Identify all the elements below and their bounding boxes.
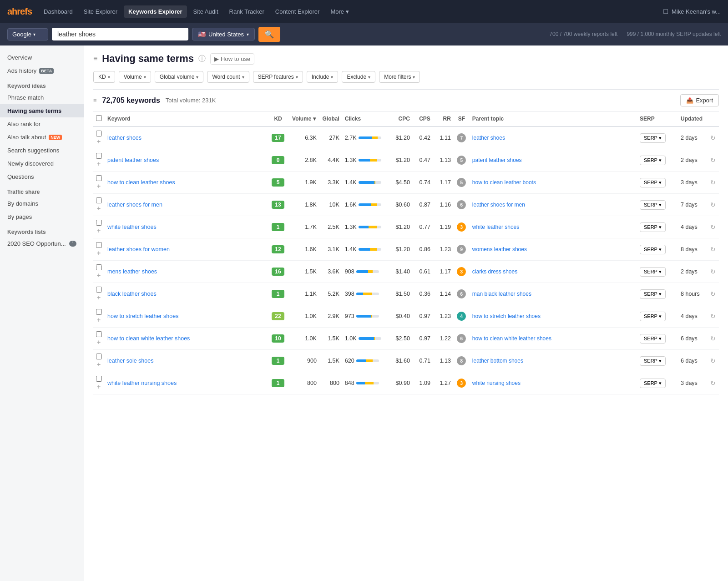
th-sf[interactable]: SF xyxy=(454,111,470,126)
serp-button[interactable]: SERP ▾ xyxy=(640,245,666,254)
refresh-icon[interactable]: ↻ xyxy=(710,313,716,320)
info-icon[interactable]: ⓘ xyxy=(198,54,206,64)
keyword-link[interactable]: how to clean white leather shoes xyxy=(107,335,190,342)
filter-serp-features[interactable]: SERP features ▾ xyxy=(253,71,303,83)
filter-global-volume[interactable]: Global volume ▾ xyxy=(155,71,204,83)
parent-topic-link[interactable]: leather bottom shoes xyxy=(472,358,523,364)
sidebar-item-ads-history[interactable]: Ads history BETA xyxy=(0,64,84,77)
select-all-checkbox[interactable] xyxy=(96,115,102,121)
parent-topic-link[interactable]: how to clean leather boots xyxy=(472,179,536,186)
row-checkbox[interactable] xyxy=(96,331,102,337)
filter-kd[interactable]: KD ▾ xyxy=(93,71,115,83)
row-checkbox[interactable] xyxy=(96,354,102,359)
sidebar-item-overview[interactable]: Overview xyxy=(0,51,84,64)
serp-button[interactable]: SERP ▾ xyxy=(640,200,666,210)
sidebar-item-also-rank-for[interactable]: Also rank for xyxy=(0,117,84,131)
engine-select[interactable]: Google ▾ xyxy=(7,28,48,40)
th-kd[interactable]: KD xyxy=(267,111,289,126)
refresh-icon[interactable]: ↻ xyxy=(710,290,716,298)
th-updated[interactable]: Updated xyxy=(678,111,708,126)
refresh-icon[interactable]: ↻ xyxy=(710,223,716,231)
nav-keywords-explorer[interactable]: Keywords Explorer xyxy=(124,5,187,18)
row-checkbox[interactable] xyxy=(96,376,102,382)
weekly-quota[interactable]: 700 / 700 weekly reports left xyxy=(549,31,617,37)
filter-include[interactable]: Include ▾ xyxy=(307,71,339,83)
keyword-link[interactable]: leather shoes for women xyxy=(107,246,170,253)
parent-topic-link[interactable]: patent leather shoes xyxy=(472,157,522,163)
serp-button[interactable]: SERP ▾ xyxy=(640,267,666,277)
parent-topic-link[interactable]: clarks dress shoes xyxy=(472,268,517,275)
sidebar-item-by-pages[interactable]: By pages xyxy=(0,210,84,223)
nav-site-explorer[interactable]: Site Explorer xyxy=(79,5,122,18)
add-button[interactable]: + xyxy=(97,361,101,368)
hamburger-results-icon[interactable]: ≡ xyxy=(93,97,97,104)
serp-button[interactable]: SERP ▾ xyxy=(640,133,666,143)
th-cps[interactable]: CPS xyxy=(413,111,433,126)
parent-topic-link[interactable]: how to stretch leather shoes xyxy=(472,313,541,319)
sidebar-item-by-domains[interactable]: By domains xyxy=(0,197,84,210)
row-checkbox[interactable] xyxy=(96,220,102,226)
keyword-link[interactable]: white leather nursing shoes xyxy=(107,380,177,386)
keyword-link[interactable]: patent leather shoes xyxy=(107,157,159,163)
monthly-quota[interactable]: 999 / 1,000 monthly SERP updates left xyxy=(627,31,721,37)
th-volume[interactable]: Volume ▾ xyxy=(289,111,319,126)
keyword-link[interactable]: black leather shoes xyxy=(107,291,157,297)
refresh-icon[interactable]: ↻ xyxy=(710,157,716,164)
add-button[interactable]: + xyxy=(97,138,101,145)
row-checkbox[interactable] xyxy=(96,242,102,248)
th-cpc[interactable]: CPC xyxy=(388,111,413,126)
th-rr[interactable]: RR xyxy=(433,111,454,126)
sidebar-item-questions[interactable]: Questions xyxy=(0,170,84,183)
row-checkbox[interactable] xyxy=(96,264,102,270)
filter-more[interactable]: More filters ▾ xyxy=(379,71,420,83)
th-check[interactable] xyxy=(93,111,105,126)
nav-content-explorer[interactable]: Content Explorer xyxy=(271,5,324,18)
row-checkbox[interactable] xyxy=(96,197,102,203)
search-button[interactable]: 🔍 xyxy=(258,27,280,42)
add-button[interactable]: + xyxy=(97,294,101,301)
parent-topic-link[interactable]: how to clean white leather shoes xyxy=(472,335,551,342)
refresh-icon[interactable]: ↻ xyxy=(710,134,716,141)
sidebar-list-seo-opportunities[interactable]: 2020 SEO Opportun... 1 xyxy=(0,237,84,250)
serp-button[interactable]: SERP ▾ xyxy=(640,312,666,321)
serp-button[interactable]: SERP ▾ xyxy=(640,156,666,165)
nav-dashboard[interactable]: Dashboard xyxy=(39,5,77,18)
hamburger-icon[interactable]: ≡ xyxy=(93,55,97,63)
th-clicks[interactable]: Clicks xyxy=(342,111,388,126)
sidebar-item-search-suggestions[interactable]: Search suggestions xyxy=(0,144,84,157)
refresh-icon[interactable]: ↻ xyxy=(710,179,716,186)
keyword-link[interactable]: mens leather shoes xyxy=(107,268,157,275)
sidebar-item-newly-discovered[interactable]: Newly discovered xyxy=(0,157,84,170)
nav-user[interactable]: Mike Keenan's w... xyxy=(672,8,721,15)
serp-button[interactable]: SERP ▾ xyxy=(640,334,666,344)
export-button[interactable]: 📤 Export xyxy=(680,94,719,106)
filter-word-count[interactable]: Word count ▾ xyxy=(207,71,249,83)
add-button[interactable]: + xyxy=(97,383,101,390)
nav-more[interactable]: More ▾ xyxy=(326,5,353,18)
sidebar-item-phrase-match[interactable]: Phrase match xyxy=(0,91,84,104)
refresh-icon[interactable]: ↻ xyxy=(710,379,716,387)
add-button[interactable]: + xyxy=(97,160,101,167)
search-input[interactable] xyxy=(52,28,188,40)
row-checkbox[interactable] xyxy=(96,131,102,136)
serp-button[interactable]: SERP ▾ xyxy=(640,178,666,187)
row-checkbox[interactable] xyxy=(96,309,102,315)
filter-volume[interactable]: Volume ▾ xyxy=(119,71,151,83)
th-parent-topic[interactable]: Parent topic xyxy=(470,111,637,126)
keyword-link[interactable]: how to stretch leather shoes xyxy=(107,313,178,319)
serp-button[interactable]: SERP ▾ xyxy=(640,379,666,388)
add-button[interactable]: + xyxy=(97,338,101,346)
sidebar-item-having-same-terms[interactable]: Having same terms xyxy=(0,104,84,117)
parent-topic-link[interactable]: white nursing shoes xyxy=(472,380,521,386)
how-to-use-link[interactable]: ▶ How to use xyxy=(210,53,254,65)
serp-button[interactable]: SERP ▾ xyxy=(640,356,666,366)
refresh-icon[interactable]: ↻ xyxy=(710,201,716,208)
filter-exclude[interactable]: Exclude ▾ xyxy=(342,71,375,83)
parent-topic-link[interactable]: womens leather shoes xyxy=(472,246,527,253)
refresh-icon[interactable]: ↻ xyxy=(710,246,716,253)
row-checkbox[interactable] xyxy=(96,175,102,181)
add-button[interactable]: + xyxy=(97,316,101,323)
add-button[interactable]: + xyxy=(97,227,101,234)
add-button[interactable]: + xyxy=(97,205,101,212)
country-select[interactable]: 🇺🇸 United States ▾ xyxy=(192,28,255,40)
